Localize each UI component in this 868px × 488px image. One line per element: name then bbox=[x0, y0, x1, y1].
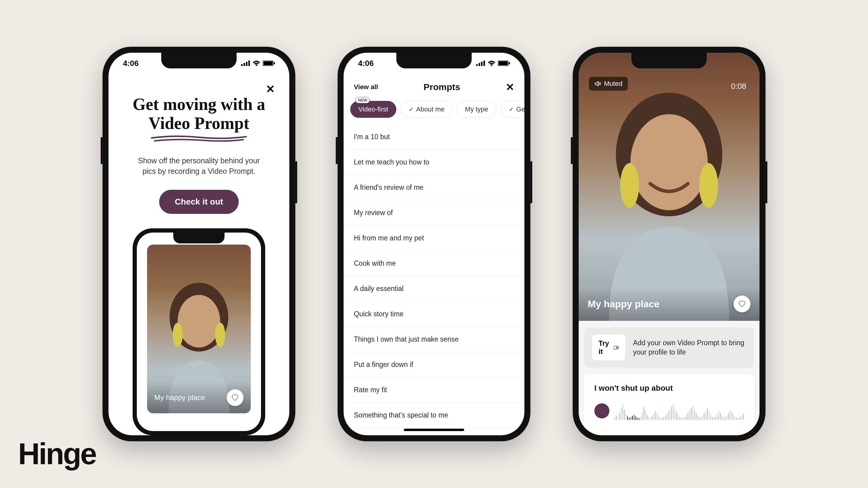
audio-prompt-title: I won't shut up about bbox=[594, 384, 744, 393]
audio-waveform bbox=[614, 402, 744, 420]
video-caption: My happy place bbox=[154, 393, 205, 402]
svg-point-21 bbox=[699, 163, 718, 207]
filter-chips-row: NEW Video-first ✓ About me My type ✓ Get… bbox=[344, 96, 524, 124]
video-caption: My happy place bbox=[588, 298, 659, 310]
battery-icon bbox=[263, 61, 275, 66]
status-right bbox=[241, 60, 275, 66]
notch bbox=[396, 53, 472, 68]
try-it-label: Try it bbox=[598, 339, 611, 356]
svg-rect-0 bbox=[241, 64, 243, 66]
prompts-title: Prompts bbox=[424, 82, 460, 92]
wifi-icon bbox=[488, 60, 495, 66]
muted-icon bbox=[594, 80, 601, 87]
svg-point-20 bbox=[620, 163, 639, 207]
underline-squiggle bbox=[148, 134, 250, 143]
intro-title: Get moving with a Video Prompt bbox=[127, 95, 271, 133]
phone-frame-3: Muted 0:08 My happy place Try it bbox=[572, 47, 766, 441]
chip-label: My type bbox=[465, 105, 488, 113]
svg-rect-5 bbox=[264, 61, 273, 65]
svg-point-10 bbox=[215, 323, 225, 347]
check-icon: ✓ bbox=[409, 106, 414, 113]
prompt-item[interactable]: A daily essential bbox=[344, 276, 524, 301]
prompt-item[interactable]: My review of bbox=[344, 200, 524, 226]
svg-rect-1 bbox=[244, 63, 245, 66]
mini-phone-preview: My happy place bbox=[133, 228, 265, 435]
home-indicator[interactable] bbox=[404, 429, 464, 431]
svg-point-8 bbox=[178, 295, 220, 348]
video-player[interactable]: Muted 0:08 My happy place bbox=[579, 53, 760, 321]
prompt-item[interactable]: I'm a 10 but bbox=[344, 124, 524, 150]
svg-rect-2 bbox=[246, 62, 247, 66]
play-button[interactable] bbox=[594, 403, 610, 418]
try-it-card: Try it Add your own Video Prompt to brin… bbox=[584, 327, 754, 368]
close-icon[interactable]: ✕ bbox=[266, 83, 275, 96]
view-all-link[interactable]: View all bbox=[354, 83, 378, 91]
svg-rect-12 bbox=[478, 63, 480, 66]
mini-notch bbox=[173, 233, 224, 243]
prompt-item[interactable]: A friend's review of me bbox=[344, 175, 524, 200]
svg-rect-13 bbox=[481, 62, 483, 66]
like-button[interactable] bbox=[734, 295, 750, 313]
portrait-silhouette bbox=[586, 64, 752, 321]
chip-label: About me bbox=[416, 105, 444, 113]
svg-point-19 bbox=[630, 114, 708, 210]
check-it-out-button[interactable]: Check it out bbox=[159, 190, 239, 214]
status-time: 4:06 bbox=[358, 59, 374, 68]
svg-rect-11 bbox=[476, 64, 478, 66]
svg-point-9 bbox=[173, 323, 183, 347]
try-it-description: Add your own Video Prompt to bring your … bbox=[633, 338, 746, 357]
heart-icon bbox=[231, 394, 239, 401]
new-badge: NEW bbox=[355, 97, 370, 103]
svg-rect-16 bbox=[498, 61, 507, 65]
prompt-item[interactable]: Let me teach you how to bbox=[344, 150, 524, 175]
muted-toggle[interactable]: Muted bbox=[589, 77, 628, 91]
chip-about-me[interactable]: ✓ About me bbox=[401, 101, 453, 118]
like-button[interactable] bbox=[227, 389, 244, 406]
svg-rect-3 bbox=[248, 61, 250, 66]
svg-rect-22 bbox=[614, 346, 617, 349]
status-right bbox=[476, 60, 510, 66]
svg-rect-14 bbox=[484, 61, 485, 66]
svg-rect-6 bbox=[274, 62, 275, 64]
signal-icon bbox=[241, 61, 250, 66]
video-prompt-card[interactable]: My happy place bbox=[147, 245, 251, 413]
chip-label: Gettin bbox=[516, 105, 524, 113]
chip-my-type[interactable]: My type bbox=[457, 101, 496, 118]
video-timestamp: 0:08 bbox=[731, 82, 746, 91]
wifi-icon bbox=[253, 60, 260, 66]
chip-video-first[interactable]: NEW Video-first bbox=[350, 101, 396, 118]
check-icon: ✓ bbox=[509, 106, 514, 113]
chip-label: Video-first bbox=[358, 105, 388, 113]
hinge-logo: Hinge bbox=[18, 436, 96, 471]
signal-icon bbox=[476, 61, 485, 66]
prompt-item[interactable]: Cook with me bbox=[344, 251, 524, 276]
phone-frame-1: 4:06 ✕ Get moving with a Video Prompt Sh… bbox=[102, 47, 296, 441]
prompt-item[interactable]: Things I own that just make sense bbox=[344, 327, 524, 352]
battery-icon bbox=[498, 61, 510, 66]
status-time: 4:06 bbox=[123, 59, 138, 68]
muted-label: Muted bbox=[604, 80, 622, 88]
close-icon[interactable]: ✕ bbox=[506, 81, 514, 93]
audio-prompt-card[interactable]: I won't shut up about bbox=[584, 375, 754, 435]
phone-frame-2: 4:06 View all Prompts ✕ NEW Video-first bbox=[338, 47, 530, 441]
notch bbox=[161, 53, 237, 68]
notch bbox=[631, 53, 707, 68]
heart-icon bbox=[738, 300, 746, 308]
prompt-list: I'm a 10 but Let me teach you how to A f… bbox=[344, 124, 524, 435]
prompt-item[interactable]: Hi from me and my pet bbox=[344, 226, 524, 251]
prompt-item[interactable]: Something that's special to me bbox=[344, 403, 524, 428]
svg-rect-17 bbox=[509, 62, 510, 64]
prompt-item[interactable]: Put a finger down if bbox=[344, 352, 524, 378]
try-it-button[interactable]: Try it bbox=[592, 335, 625, 361]
prompt-item[interactable]: Rate my fit bbox=[344, 378, 524, 403]
chip-getting[interactable]: ✓ Gettin bbox=[501, 101, 524, 118]
prompt-item[interactable]: Quick story time bbox=[344, 301, 524, 327]
intro-subtitle: Show off the personality behind your pic… bbox=[135, 156, 262, 176]
video-icon bbox=[614, 345, 618, 350]
